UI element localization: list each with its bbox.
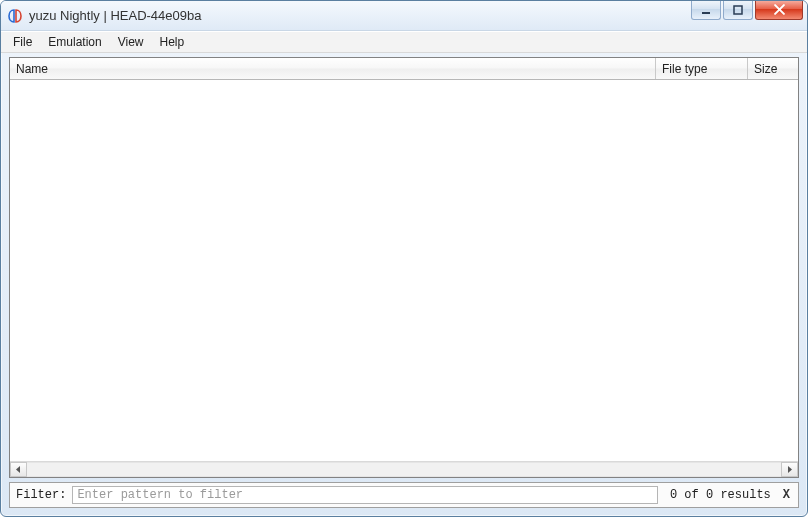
- filter-results-text: 0 of 0 results: [670, 488, 771, 502]
- close-icon: [774, 4, 785, 15]
- svg-rect-0: [702, 12, 710, 14]
- maximize-icon: [733, 5, 743, 15]
- app-icon: [7, 8, 23, 24]
- column-header-file-type[interactable]: File type: [656, 58, 748, 79]
- menu-view[interactable]: View: [110, 32, 152, 52]
- client-area: Name File type Size Filter: 0 of 0 resul…: [9, 57, 799, 508]
- titlebar[interactable]: yuzu Nightly | HEAD-44e09ba: [1, 1, 807, 31]
- menu-help[interactable]: Help: [152, 32, 193, 52]
- scroll-left-button[interactable]: [10, 462, 27, 477]
- chevron-left-icon: [15, 466, 22, 473]
- svg-rect-1: [734, 6, 742, 14]
- menu-file[interactable]: File: [5, 32, 40, 52]
- scroll-track[interactable]: [27, 462, 781, 477]
- game-list-table: Name File type Size: [9, 57, 799, 478]
- table-body-empty: [10, 80, 798, 461]
- filter-bar: Filter: 0 of 0 results X: [9, 482, 799, 508]
- filter-label: Filter:: [16, 488, 66, 502]
- maximize-button[interactable]: [723, 0, 753, 20]
- horizontal-scrollbar[interactable]: [10, 461, 798, 477]
- chevron-right-icon: [786, 466, 793, 473]
- menu-emulation[interactable]: Emulation: [40, 32, 109, 52]
- scroll-right-button[interactable]: [781, 462, 798, 477]
- filter-input[interactable]: [72, 486, 658, 504]
- filter-clear-button[interactable]: X: [781, 488, 792, 502]
- column-header-name[interactable]: Name: [10, 58, 656, 79]
- column-header-size[interactable]: Size: [748, 58, 798, 79]
- minimize-button[interactable]: [691, 0, 721, 20]
- minimize-icon: [701, 5, 711, 15]
- table-header-row: Name File type Size: [10, 58, 798, 80]
- app-window: yuzu Nightly | HEAD-44e09ba File Emulati…: [0, 0, 808, 517]
- close-button[interactable]: [755, 0, 803, 20]
- window-controls: [691, 0, 803, 20]
- window-title: yuzu Nightly | HEAD-44e09ba: [29, 8, 201, 23]
- menubar: File Emulation View Help: [1, 31, 807, 53]
